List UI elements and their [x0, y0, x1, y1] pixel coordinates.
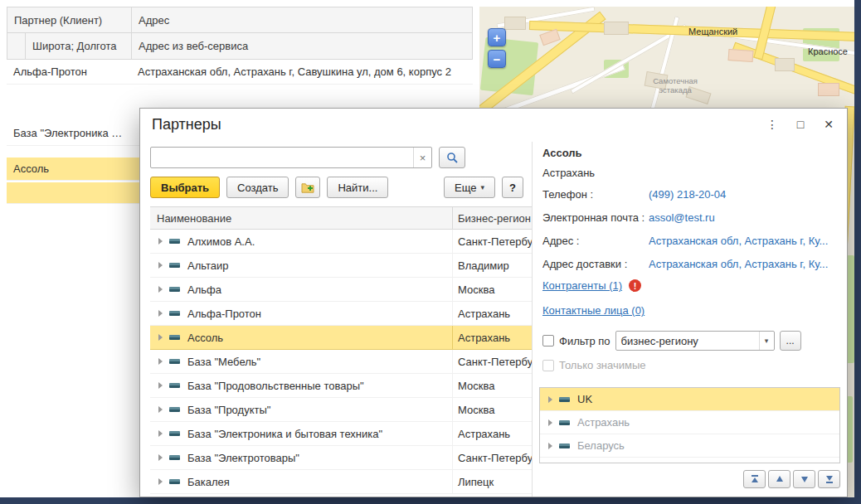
list-item[interactable]: Алхимов А.А. Санкт-Петербург	[150, 230, 532, 254]
zoom-in-button[interactable]: +	[488, 28, 506, 46]
expand-arrow-icon[interactable]	[548, 443, 552, 449]
detail-row-email: Электронная почта : assol@test.ru	[542, 211, 840, 224]
arrow-to-top-icon	[751, 475, 759, 483]
counterparties-link[interactable]: Контрагенты (1)	[542, 279, 622, 292]
move-up-button[interactable]	[768, 470, 790, 488]
map-building	[604, 22, 629, 35]
list-item[interactable]: Альфа Москва	[150, 278, 532, 302]
move-to-top-button[interactable]	[743, 470, 766, 488]
expand-arrow-icon[interactable]	[158, 454, 163, 461]
close-icon[interactable]: ✕	[822, 118, 835, 131]
filter-choose-button[interactable]: ...	[780, 331, 801, 351]
move-to-bottom-button[interactable]	[818, 470, 840, 488]
dialog-title: Партнеры	[152, 116, 221, 133]
address-value[interactable]: Астраханская обл, Астрахань г, Ку...	[649, 235, 840, 247]
list-item-selected[interactable]: Ассоль Астрахань	[150, 326, 532, 350]
column-header-region[interactable]: Бизнес-регион	[453, 212, 532, 225]
email-value[interactable]: assol@test.ru	[649, 211, 840, 224]
partner-name: Ассоль	[187, 332, 223, 344]
search-button[interactable]	[439, 147, 465, 168]
filter-combobox[interactable]: бизнес-региону ▾	[615, 331, 775, 351]
column-header-partner[interactable]: Партнер (Клиент)	[7, 7, 132, 32]
partner-icon	[169, 335, 180, 340]
partner-region: Владимир	[453, 259, 532, 272]
region-item[interactable]: Астрахань	[540, 411, 839, 434]
expand-arrow-icon[interactable]	[158, 262, 163, 269]
expand-arrow-icon[interactable]	[158, 406, 163, 413]
select-button[interactable]: Выбрать	[150, 177, 220, 198]
list-item[interactable]: База "Мебель" Санкт-Петербург	[150, 350, 532, 374]
maximize-icon[interactable]: □	[794, 118, 807, 131]
help-button[interactable]: ?	[502, 177, 523, 198]
contact-persons-link[interactable]: Контактные лица (0)	[542, 304, 645, 317]
partner-region: Астрахань	[453, 308, 532, 320]
only-significant-label: Только значимые	[559, 359, 646, 371]
address-label: Адрес :	[542, 235, 649, 247]
column-header-coords[interactable]: Широта; Долгота	[26, 33, 132, 59]
partner-region: Астрахань	[453, 332, 532, 344]
partner-region: Липецк	[453, 476, 532, 488]
find-button[interactable]: Найти...	[327, 177, 388, 198]
map-label-district: Мещанский	[688, 27, 737, 36]
phone-value[interactable]: (499) 218-20-04	[649, 188, 840, 201]
more-button[interactable]: Еще ▾	[444, 177, 495, 198]
search-icon	[446, 152, 458, 163]
list-item[interactable]: База "Электротовары" Санкт-Петербург	[150, 446, 532, 470]
region-item-selected[interactable]: UK	[540, 388, 839, 411]
indent-cell	[7, 33, 26, 59]
window-buttons: ⋮ □ ✕	[766, 118, 835, 131]
clear-search-icon[interactable]: ×	[413, 148, 431, 167]
list-item[interactable]: База "Электроника и бытовая техника" Аст…	[150, 422, 532, 446]
expand-arrow-icon[interactable]	[158, 430, 163, 437]
table-row[interactable]: Альфа-Протон Астраханская обл, Астрахань…	[7, 60, 473, 85]
list-item[interactable]: Бакалея Липецк	[150, 470, 532, 494]
create-button[interactable]: Создать	[226, 177, 289, 198]
only-significant-checkbox[interactable]	[542, 360, 554, 371]
expand-arrow-icon[interactable]	[158, 238, 163, 245]
map-label-overpass-line1: Самотечная	[642, 76, 708, 85]
list-item[interactable]: База "Продовольственные товары" Москва	[150, 374, 532, 398]
expand-arrow-icon[interactable]	[158, 358, 163, 365]
list-item[interactable]: База "Продукты" Москва	[150, 398, 532, 422]
expand-arrow-icon[interactable]	[158, 334, 163, 341]
folder-plus-icon	[301, 182, 314, 193]
partner-name: Бакалея	[187, 476, 230, 488]
move-down-button[interactable]	[793, 470, 815, 488]
list-navigation	[743, 470, 840, 488]
kebab-menu-icon[interactable]: ⋮	[766, 118, 779, 131]
create-group-button[interactable]	[295, 177, 320, 198]
partner-icon	[169, 431, 180, 436]
column-header-web-address[interactable]: Адрес из веб-сервиса	[132, 33, 472, 59]
delivery-address-value[interactable]: Астраханская обл, Астрахань г, Ку...	[649, 258, 840, 270]
list-item[interactable]: Альтаир Владимир	[150, 254, 532, 278]
map-building	[818, 83, 839, 96]
list-item[interactable]: Альфа-Протон Астрахань	[150, 302, 532, 326]
column-header-address[interactable]: Адрес	[132, 7, 472, 32]
expand-arrow-icon[interactable]	[158, 478, 163, 485]
zoom-out-button[interactable]: −	[488, 50, 506, 68]
more-button-label: Еще	[455, 182, 476, 194]
combo-dropdown-icon[interactable]: ▾	[759, 332, 774, 350]
column-header-name[interactable]: Наименование	[150, 207, 453, 229]
partner-name: База "Электротовары"	[187, 452, 299, 464]
expand-arrow-icon[interactable]	[158, 382, 163, 389]
map-building	[504, 17, 526, 30]
partner-icon	[169, 383, 180, 388]
region-item[interactable]: Беларусь	[540, 434, 839, 458]
search-input[interactable]	[151, 148, 431, 167]
partner-name: База "Продукты"	[187, 404, 270, 416]
partner-name: Алхимов А.А.	[187, 235, 255, 248]
expand-arrow-icon[interactable]	[158, 286, 163, 293]
expand-arrow-icon[interactable]	[548, 396, 552, 403]
geo-table-header: Партнер (Клиент) Адрес	[7, 7, 473, 33]
email-label: Электронная почта :	[542, 211, 649, 224]
filter-checkbox[interactable]	[542, 335, 554, 346]
only-significant-row: Только значимые	[542, 359, 646, 371]
region-icon	[559, 443, 570, 448]
partner-name: Альфа	[187, 284, 221, 296]
dialog-toolbar: Выбрать Создать Найти... Еще ▾ ?	[150, 177, 523, 198]
expand-arrow-icon[interactable]	[158, 310, 163, 317]
partner-name: Альтаир	[187, 259, 229, 272]
arrow-down-icon	[800, 475, 809, 483]
expand-arrow-icon[interactable]	[548, 419, 552, 426]
